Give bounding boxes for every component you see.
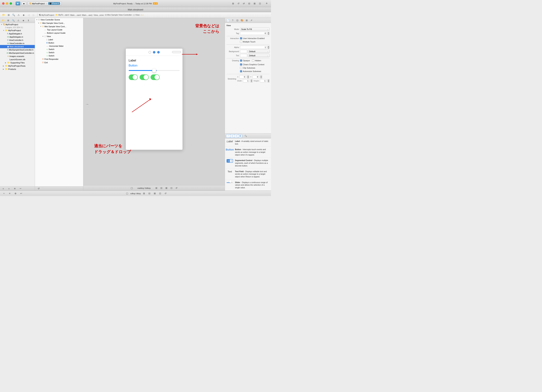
breadcrumb-scene[interactable]: View...cene	[94, 14, 104, 16]
breadcrumb-warning-icon[interactable]: ⚠	[141, 14, 143, 16]
tag-field[interactable]: 0	[240, 32, 267, 35]
run-button[interactable]: ▶	[16, 2, 20, 5]
alpha-stepper[interactable]: ▲ ▼	[267, 46, 270, 49]
attributes-inspector-tab[interactable]: 🎨	[240, 18, 244, 22]
canvas-btn-1[interactable]: ⊞	[154, 186, 158, 190]
back-forward-button[interactable]: ⇄	[242, 2, 246, 5]
scene-item-mixi-vc-outer[interactable]: ▼ ⊡ Mixi Sample View Contr...	[35, 21, 83, 25]
file-inspector-tab[interactable]: 📄	[226, 18, 230, 22]
canvas-icon-2[interactable]: ⊟	[147, 192, 152, 195]
scene-item-first-responder[interactable]: ⊡ First Responder	[35, 57, 83, 61]
breadcrumb-view[interactable]: ◻ View	[133, 14, 140, 16]
scene-item-exit[interactable]: ⊡ Exit	[35, 61, 83, 64]
add-file-button[interactable]: +	[1, 187, 5, 191]
scene-item-top-layout[interactable]: — Top Layout Guide	[35, 28, 83, 31]
sidebar-item-myproject[interactable]: ▼ 🏗 MyFirstProject	[0, 23, 35, 26]
autoresize-checkbox[interactable]: ✓	[240, 70, 242, 72]
canvas-btn-2[interactable]: ⊟	[159, 186, 163, 190]
nav-right-button[interactable]: ▷	[32, 13, 36, 17]
sidebar-item-mixi-vc-h[interactable]: h MixiSampleViewController.h	[0, 48, 35, 51]
canvas-icon-1[interactable]: ⊞	[142, 192, 146, 195]
stop-button[interactable]: ■	[22, 2, 26, 5]
y-stepper[interactable]: ▲ ▼	[260, 75, 262, 78]
size-inspector-tab[interactable]: ⊞	[245, 18, 249, 22]
layout2-button[interactable]: ⊠	[252, 2, 257, 5]
mode-select[interactable]: Scale To Fill ⌄	[240, 28, 270, 31]
opaque-checkbox[interactable]: ✓	[240, 59, 242, 62]
tag-decrement[interactable]: ▼	[267, 33, 270, 35]
tag-increment[interactable]: ▲	[267, 32, 270, 33]
scene-item-label[interactable]: L Label	[35, 38, 83, 41]
quick-help-tab[interactable]: ?	[231, 18, 235, 22]
w-dec[interactable]: ▼	[250, 81, 253, 82]
sidebar-git-btn[interactable]: ◈	[21, 18, 25, 22]
alpha-increment[interactable]: ▲	[267, 46, 270, 47]
sidebar-item-launchscreen[interactable]: ◻ LaunchScreen.xib	[0, 58, 35, 61]
refresh-button[interactable]: ↺	[236, 2, 240, 5]
scene-item-button[interactable]: B Button	[35, 41, 83, 44]
sidebar-folder-btn[interactable]: 📁	[1, 18, 5, 22]
canvas-icon-5[interactable]: ↺	[163, 192, 168, 195]
lib-item-button[interactable]: Button Button - Intercepts touch events …	[225, 147, 271, 158]
minimize-button[interactable]	[6, 2, 8, 5]
status-add-btn[interactable]: +	[2, 192, 6, 195]
sidebar-item-appdelegate-h[interactable]: h AppDelegate.h	[0, 32, 35, 35]
scene-item-view[interactable]: ▼ ◻ View	[35, 35, 83, 38]
status-expand-btn[interactable]: ⊕	[13, 192, 18, 195]
sidebar-item-images[interactable]: ✦ Images.xcassets	[0, 55, 35, 58]
sidebar-search-btn[interactable]: 🔍	[11, 18, 15, 22]
scope-button[interactable]: ⊞	[6, 13, 11, 17]
width-stepper[interactable]: ▲ ▼	[250, 79, 253, 82]
sidebar-item-tests[interactable]: ▶ 📁 MyFirstProjectTests	[0, 64, 35, 68]
filter-button[interactable]: ≡	[7, 187, 11, 191]
sidebar-info-btn[interactable]: ℹ	[26, 18, 31, 22]
lib-object-btn[interactable]: ⊡	[234, 134, 238, 138]
lib-item-slider[interactable]: Slider - Displays a continuous range of …	[225, 180, 271, 191]
scene-item-switch3[interactable]: ⊙ Switch	[35, 54, 83, 57]
lib-item-segmented[interactable]: 1 2 Segmented Control - Displays multipl…	[225, 158, 271, 169]
sidebar-item-viewcontroller-h[interactable]: h ViewController.h	[0, 38, 35, 42]
add-button[interactable]: +	[265, 2, 269, 5]
lib-item-textfield[interactable]: Text Text Field - Displays editable text…	[225, 169, 271, 180]
middle-refresh-btn[interactable]: ↺	[36, 187, 41, 191]
width-field[interactable]: 1	[243, 79, 249, 82]
canvas-add-scene-btn[interactable]: ▢	[130, 186, 134, 190]
lib-search-btn[interactable]: 🔍	[244, 134, 248, 138]
connections-inspector-tab[interactable]: ↗	[249, 18, 253, 22]
breadcrumb-folder[interactable]: 📁 MyFir...oject	[55, 14, 69, 16]
x-dec[interactable]: ▼	[247, 77, 249, 78]
w-inc[interactable]: ▲	[250, 79, 253, 81]
lib-media-btn[interactable]: 🖼	[238, 134, 242, 138]
breadcrumb-project[interactable]: 🏗 MyFirstProject	[39, 14, 54, 16]
status-back-btn[interactable]: ↩	[19, 192, 23, 195]
x-field[interactable]: 0	[239, 75, 246, 78]
sidebar-item-supporting-files[interactable]: ▶ 📁 Supporting Files	[0, 61, 35, 64]
tint-swatch[interactable]	[240, 54, 247, 57]
y-dec[interactable]: ▼	[260, 77, 262, 78]
layout-button[interactable]: ⊟	[247, 2, 251, 5]
scene-item-bottom-layout[interactable]: — Bottom Layout Guide	[35, 31, 83, 35]
y-field[interactable]: 0	[253, 75, 259, 78]
sidebar-item-products[interactable]: ▶ 📁 Products	[0, 68, 35, 71]
identity-inspector-tab[interactable]: ⊡	[235, 18, 239, 22]
x-inc[interactable]: ▲	[247, 75, 249, 77]
h-inc[interactable]: ▲	[267, 79, 270, 81]
git-button[interactable]: ◈	[22, 13, 26, 17]
lib-item-label[interactable]: Label Label - A variably sized amount of…	[225, 139, 271, 147]
clears-checkbox[interactable]: ✓	[240, 64, 242, 65]
canvas-btn-3[interactable]: ⊠	[164, 186, 168, 190]
y-inc[interactable]: ▲	[260, 75, 262, 77]
user-interaction-checkbox[interactable]: ✓	[240, 37, 242, 39]
scene-item-slider[interactable]: — Horizontal Slider	[35, 44, 83, 48]
hidden-checkbox[interactable]	[252, 59, 254, 62]
alpha-decrement[interactable]: ▼	[267, 47, 270, 49]
scene-item-switch2[interactable]: ⊙ Switch	[35, 51, 83, 54]
breadcrumb-case[interactable]: Main....ase)	[82, 14, 92, 16]
breadcrumb-storyboard[interactable]: Main....oard	[70, 14, 81, 16]
collapse-button[interactable]: ↩	[18, 187, 22, 191]
height-stepper[interactable]: ▲ ▼	[267, 79, 270, 82]
sidebar-item-appdelegate-m[interactable]: m AppDelegate.m	[0, 35, 35, 38]
clip-checkbox[interactable]	[240, 67, 242, 69]
layout3-button[interactable]: ⊡	[258, 2, 262, 5]
close-button[interactable]	[2, 2, 5, 5]
